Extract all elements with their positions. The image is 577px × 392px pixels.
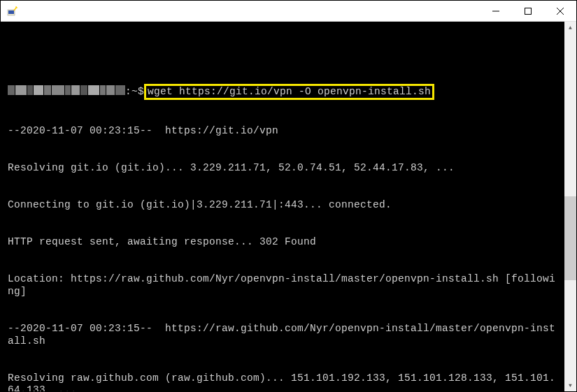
- output-line: Location: https://raw.github.com/Nyr/ope…: [8, 273, 557, 298]
- scrollbar-up-arrow-icon[interactable]: ▲: [564, 22, 576, 34]
- terminal-content: :~$ wget https://git.io/vpn -O openvpn-i…: [8, 59, 557, 391]
- output-line: Connecting to git.io (git.io)|3.229.211.…: [8, 199, 557, 212]
- maximize-button[interactable]: [512, 1, 544, 21]
- titlebar-left: [1, 6, 22, 17]
- window-titlebar: [1, 1, 576, 22]
- terminal-area[interactable]: :~$ wget https://git.io/vpn -O openvpn-i…: [1, 22, 576, 391]
- putty-icon: [6, 6, 17, 17]
- scrollbar-down-arrow-icon[interactable]: ▼: [564, 379, 576, 391]
- output-line: HTTP request sent, awaiting response... …: [8, 236, 557, 249]
- svg-rect-5: [525, 8, 532, 14]
- minimize-button[interactable]: [480, 1, 512, 21]
- scrollbar-thumb[interactable]: [564, 196, 576, 280]
- svg-rect-1: [8, 10, 14, 14]
- prompt-suffix: :~$: [125, 86, 144, 99]
- prompt-user-host-redacted: [8, 85, 125, 99]
- scrollbar-track[interactable]: ▲ ▼: [564, 22, 576, 391]
- output-line: Resolving raw.github.com (raw.github.com…: [8, 372, 557, 391]
- output-line: --2020-11-07 00:23:15-- https://raw.gith…: [8, 323, 557, 347]
- highlighted-command: wget https://git.io/vpn -O openvpn-insta…: [144, 84, 434, 101]
- command-text: wget https://git.io/vpn -O openvpn-insta…: [148, 86, 431, 97]
- output-line: --2020-11-07 00:23:15-- https://git.io/v…: [8, 125, 557, 138]
- prompt-line: :~$ wget https://git.io/vpn -O openvpn-i…: [8, 84, 557, 101]
- output-line: Resolving git.io (git.io)... 3.229.211.7…: [8, 162, 557, 175]
- close-button[interactable]: [544, 1, 576, 21]
- window-controls: [480, 1, 576, 21]
